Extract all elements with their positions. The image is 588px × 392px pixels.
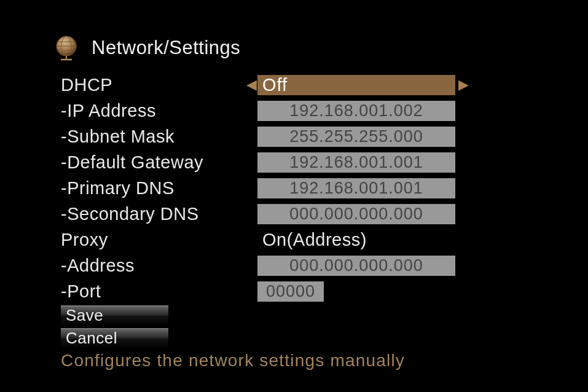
cancel-button[interactable]: Cancel: [61, 328, 168, 348]
label-subnet: -Subnet Mask: [61, 127, 257, 147]
proxy-port-field[interactable]: 00000: [257, 281, 324, 302]
label-proxy: Proxy: [61, 230, 257, 250]
gateway-field[interactable]: 192.168.001.001: [257, 152, 455, 173]
row-proxy: Proxy On(Address): [61, 228, 519, 251]
dhcp-value[interactable]: Off: [257, 75, 455, 95]
label-dhcp: DHCP: [61, 75, 257, 95]
globe-icon: [52, 34, 80, 62]
save-button[interactable]: Save: [61, 305, 168, 326]
chevron-left-icon[interactable]: ◀: [246, 77, 257, 93]
row-dns2: -Secondary DNS 000.000.000.000: [61, 202, 519, 225]
subnet-field[interactable]: 255.255.255.000: [257, 127, 455, 147]
row-port: -Port 00000: [61, 280, 519, 303]
label-dns1: -Primary DNS: [61, 178, 257, 198]
proxy-value[interactable]: On(Address): [257, 230, 367, 250]
secondary-dns-field[interactable]: 000.000.000.000: [257, 204, 455, 224]
label-port: -Port: [61, 281, 257, 302]
label-ip: -IP Address: [61, 101, 257, 121]
settings-rows: DHCP ◀ Off ▶ -IP Address 192.168.001.002…: [52, 73, 519, 303]
row-address: -Address 000.000.000.000: [61, 254, 519, 277]
panel-header: Network/Settings: [52, 34, 519, 62]
label-address: -Address: [61, 256, 257, 276]
label-dns2: -Secondary DNS: [61, 204, 257, 224]
ip-field[interactable]: 192.168.001.002: [257, 101, 455, 121]
row-dns1: -Primary DNS 192.168.001.001: [61, 176, 519, 200]
label-gateway: -Default Gateway: [61, 152, 257, 173]
proxy-address-field[interactable]: 000.000.000.000: [257, 256, 455, 276]
settings-panel: Network/Settings DHCP ◀ Off ▶ -IP Addres…: [52, 34, 519, 370]
row-gateway: -Default Gateway 192.168.001.001: [61, 151, 519, 174]
primary-dns-field[interactable]: 192.168.001.001: [257, 178, 455, 198]
row-ip: -IP Address 192.168.001.002: [61, 99, 519, 122]
row-subnet: -Subnet Mask 255.255.255.000: [61, 125, 519, 148]
page-title: Network/Settings: [92, 37, 240, 59]
row-dhcp: DHCP ◀ Off ▶: [61, 73, 519, 96]
chevron-right-icon[interactable]: ▶: [458, 77, 469, 93]
hint-text: Configures the network settings manually: [61, 351, 519, 370]
dhcp-selector[interactable]: ◀ Off ▶: [257, 75, 455, 95]
